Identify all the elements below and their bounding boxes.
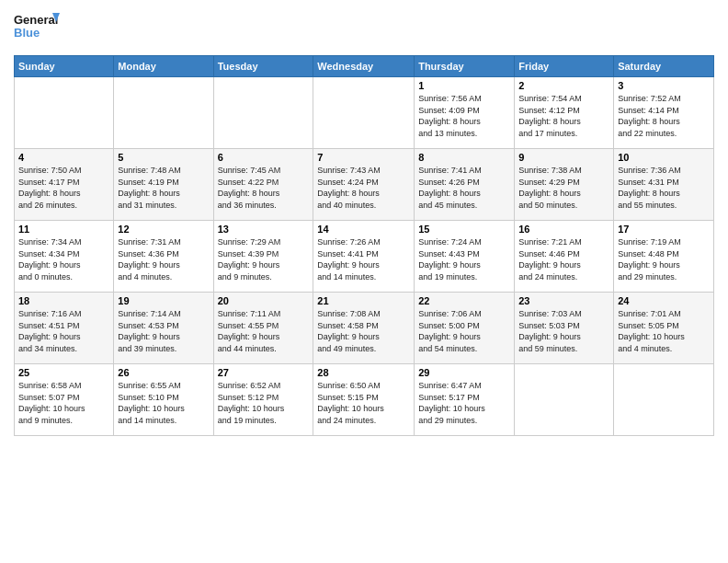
svg-text:General: General	[14, 13, 58, 27]
day-cell: 4Sunrise: 7:50 AM Sunset: 4:17 PM Daylig…	[15, 149, 114, 221]
day-cell: 20Sunrise: 7:11 AM Sunset: 4:55 PM Dayli…	[213, 293, 313, 364]
header-row: SundayMondayTuesdayWednesdayThursdayFrid…	[15, 56, 714, 77]
day-number: 29	[418, 367, 510, 378]
day-cell: 17Sunrise: 7:19 AM Sunset: 4:48 PM Dayli…	[614, 221, 714, 293]
day-cell: 7Sunrise: 7:43 AM Sunset: 4:24 PM Daylig…	[313, 149, 415, 221]
day-info: Sunrise: 6:55 AM Sunset: 5:10 PM Dayligh…	[118, 380, 209, 426]
header-cell-sunday: Sunday	[15, 56, 114, 77]
day-info: Sunrise: 7:14 AM Sunset: 4:53 PM Dayligh…	[118, 308, 209, 354]
day-cell: 28Sunrise: 6:50 AM Sunset: 5:15 PM Dayli…	[313, 364, 415, 436]
day-number: 16	[518, 224, 609, 235]
day-cell: 3Sunrise: 7:52 AM Sunset: 4:14 PM Daylig…	[614, 77, 714, 149]
day-number: 26	[118, 367, 209, 378]
day-number: 14	[317, 224, 410, 235]
day-cell: 22Sunrise: 7:06 AM Sunset: 5:00 PM Dayli…	[415, 293, 515, 364]
week-row-5: 25Sunrise: 6:58 AM Sunset: 5:07 PM Dayli…	[15, 364, 714, 436]
day-cell: 18Sunrise: 7:16 AM Sunset: 4:51 PM Dayli…	[15, 293, 114, 364]
day-number: 19	[118, 295, 209, 306]
day-number: 6	[218, 152, 310, 163]
day-number: 2	[518, 80, 609, 91]
day-cell	[614, 364, 714, 436]
day-info: Sunrise: 7:26 AM Sunset: 4:41 PM Dayligh…	[317, 236, 410, 282]
day-info: Sunrise: 7:52 AM Sunset: 4:14 PM Dayligh…	[618, 93, 710, 139]
day-info: Sunrise: 7:43 AM Sunset: 4:24 PM Dayligh…	[317, 165, 410, 211]
header: General Blue	[14, 9, 714, 48]
day-cell: 29Sunrise: 6:47 AM Sunset: 5:17 PM Dayli…	[415, 364, 515, 436]
logo-svg: General Blue	[14, 9, 60, 48]
day-number: 27	[218, 367, 310, 378]
header-cell-friday: Friday	[515, 56, 614, 77]
day-number: 9	[518, 152, 609, 163]
day-number: 22	[418, 295, 510, 306]
day-number: 1	[418, 80, 510, 91]
day-number: 12	[118, 224, 209, 235]
day-cell: 16Sunrise: 7:21 AM Sunset: 4:46 PM Dayli…	[515, 221, 614, 293]
day-number: 5	[118, 152, 209, 163]
day-info: Sunrise: 7:01 AM Sunset: 5:05 PM Dayligh…	[618, 308, 710, 354]
day-number: 13	[218, 224, 310, 235]
logo: General Blue	[14, 9, 60, 48]
day-cell: 24Sunrise: 7:01 AM Sunset: 5:05 PM Dayli…	[614, 293, 714, 364]
day-number: 10	[618, 152, 710, 163]
day-info: Sunrise: 7:29 AM Sunset: 4:39 PM Dayligh…	[218, 236, 310, 282]
day-info: Sunrise: 7:56 AM Sunset: 4:09 PM Dayligh…	[418, 93, 510, 139]
day-cell: 11Sunrise: 7:34 AM Sunset: 4:34 PM Dayli…	[15, 221, 114, 293]
day-cell: 14Sunrise: 7:26 AM Sunset: 4:41 PM Dayli…	[313, 221, 415, 293]
week-row-4: 18Sunrise: 7:16 AM Sunset: 4:51 PM Dayli…	[15, 293, 714, 364]
day-info: Sunrise: 7:38 AM Sunset: 4:29 PM Dayligh…	[518, 165, 609, 211]
day-info: Sunrise: 7:16 AM Sunset: 4:51 PM Dayligh…	[18, 308, 109, 354]
week-row-1: 1Sunrise: 7:56 AM Sunset: 4:09 PM Daylig…	[15, 77, 714, 149]
page: General Blue SundayMondayTuesdayWednesda…	[0, 0, 728, 563]
day-cell: 23Sunrise: 7:03 AM Sunset: 5:03 PM Dayli…	[515, 293, 614, 364]
day-info: Sunrise: 6:47 AM Sunset: 5:17 PM Dayligh…	[418, 380, 510, 426]
header-cell-wednesday: Wednesday	[313, 56, 415, 77]
day-cell: 9Sunrise: 7:38 AM Sunset: 4:29 PM Daylig…	[515, 149, 614, 221]
calendar-table: SundayMondayTuesdayWednesdayThursdayFrid…	[14, 55, 714, 436]
day-info: Sunrise: 6:50 AM Sunset: 5:15 PM Dayligh…	[317, 380, 410, 426]
day-cell: 6Sunrise: 7:45 AM Sunset: 4:22 PM Daylig…	[213, 149, 313, 221]
day-number: 8	[418, 152, 510, 163]
day-info: Sunrise: 7:34 AM Sunset: 4:34 PM Dayligh…	[18, 236, 109, 282]
day-info: Sunrise: 6:58 AM Sunset: 5:07 PM Dayligh…	[18, 380, 109, 426]
day-cell: 21Sunrise: 7:08 AM Sunset: 4:58 PM Dayli…	[313, 293, 415, 364]
day-cell: 2Sunrise: 7:54 AM Sunset: 4:12 PM Daylig…	[515, 77, 614, 149]
header-cell-thursday: Thursday	[415, 56, 515, 77]
day-number: 3	[618, 80, 710, 91]
day-number: 11	[18, 224, 109, 235]
day-number: 4	[18, 152, 109, 163]
day-cell: 13Sunrise: 7:29 AM Sunset: 4:39 PM Dayli…	[213, 221, 313, 293]
day-cell: 27Sunrise: 6:52 AM Sunset: 5:12 PM Dayli…	[213, 364, 313, 436]
day-info: Sunrise: 7:08 AM Sunset: 4:58 PM Dayligh…	[317, 308, 410, 354]
week-row-3: 11Sunrise: 7:34 AM Sunset: 4:34 PM Dayli…	[15, 221, 714, 293]
day-info: Sunrise: 7:03 AM Sunset: 5:03 PM Dayligh…	[518, 308, 609, 354]
day-number: 23	[518, 295, 609, 306]
day-cell	[313, 77, 415, 149]
day-cell: 8Sunrise: 7:41 AM Sunset: 4:26 PM Daylig…	[415, 149, 515, 221]
day-number: 7	[317, 152, 410, 163]
day-info: Sunrise: 7:31 AM Sunset: 4:36 PM Dayligh…	[118, 236, 209, 282]
day-cell: 12Sunrise: 7:31 AM Sunset: 4:36 PM Dayli…	[114, 221, 213, 293]
day-number: 24	[618, 295, 710, 306]
day-info: Sunrise: 6:52 AM Sunset: 5:12 PM Dayligh…	[218, 380, 310, 426]
day-number: 17	[618, 224, 710, 235]
day-cell: 25Sunrise: 6:58 AM Sunset: 5:07 PM Dayli…	[15, 364, 114, 436]
day-cell	[515, 364, 614, 436]
header-cell-monday: Monday	[114, 56, 213, 77]
day-info: Sunrise: 7:36 AM Sunset: 4:31 PM Dayligh…	[618, 165, 710, 211]
day-info: Sunrise: 7:06 AM Sunset: 5:00 PM Dayligh…	[418, 308, 510, 354]
day-cell: 1Sunrise: 7:56 AM Sunset: 4:09 PM Daylig…	[415, 77, 515, 149]
day-cell: 26Sunrise: 6:55 AM Sunset: 5:10 PM Dayli…	[114, 364, 213, 436]
day-cell	[15, 77, 114, 149]
day-info: Sunrise: 7:48 AM Sunset: 4:19 PM Dayligh…	[118, 165, 209, 211]
week-row-2: 4Sunrise: 7:50 AM Sunset: 4:17 PM Daylig…	[15, 149, 714, 221]
day-info: Sunrise: 7:41 AM Sunset: 4:26 PM Dayligh…	[418, 165, 510, 211]
day-info: Sunrise: 7:50 AM Sunset: 4:17 PM Dayligh…	[18, 165, 109, 211]
day-number: 28	[317, 367, 410, 378]
header-cell-tuesday: Tuesday	[213, 56, 313, 77]
day-number: 18	[18, 295, 109, 306]
day-number: 21	[317, 295, 410, 306]
day-cell: 5Sunrise: 7:48 AM Sunset: 4:19 PM Daylig…	[114, 149, 213, 221]
header-cell-saturday: Saturday	[614, 56, 714, 77]
day-info: Sunrise: 7:45 AM Sunset: 4:22 PM Dayligh…	[218, 165, 310, 211]
day-number: 25	[18, 367, 109, 378]
